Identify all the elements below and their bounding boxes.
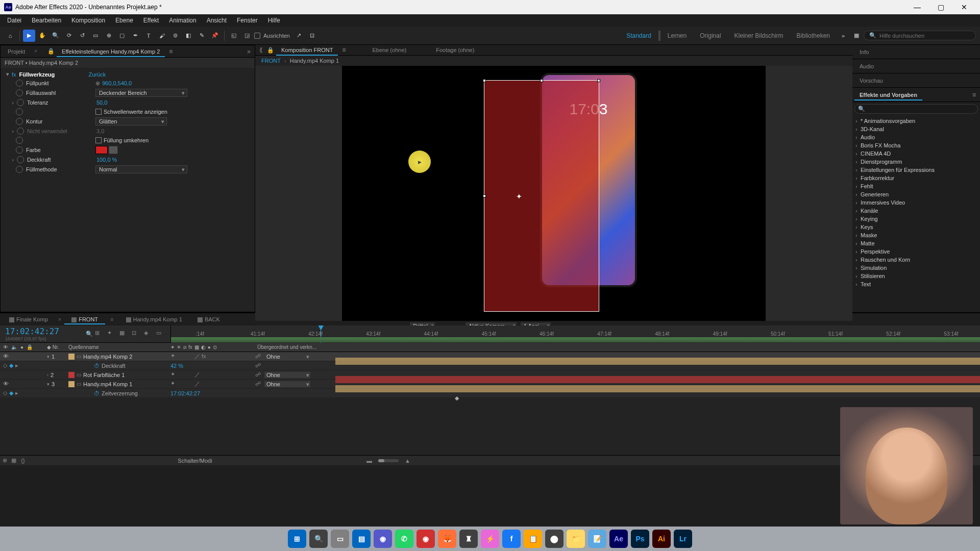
fx-icon[interactable]: fx — [12, 71, 16, 78]
twirl-opacity[interactable]: › — [10, 157, 16, 163]
layer-bar[interactable] — [335, 376, 980, 383]
eraser-tool[interactable]: ◧ — [182, 30, 194, 42]
menu-komposition[interactable]: Komposition — [66, 15, 110, 26]
layer-row[interactable]: 👁 ▾1 ▭Handy.mp4 Komp 2 ✦／ fx ☍Ohne — [0, 352, 980, 361]
twirl-tolerance[interactable]: › — [10, 99, 16, 106]
anchor-tool[interactable]: ⊕ — [103, 30, 115, 42]
snap-opt-b[interactable]: ⊡ — [306, 30, 318, 42]
taskbar-app-icon[interactable]: Ps — [631, 530, 649, 548]
layer-row[interactable]: ›2 ▭Rot Farbfläche 1 ✦／ ☍Ohne — [0, 370, 980, 380]
brush-tool[interactable]: 🖌 — [156, 30, 168, 42]
tl-toggle-1[interactable]: ⊞ — [95, 330, 104, 339]
taskbar-app-icon[interactable]: 🦊 — [438, 530, 456, 548]
stopwatch-fillsel[interactable] — [16, 89, 23, 96]
parent-dropdown[interactable]: Ohne — [264, 372, 310, 378]
col-name-header[interactable]: Quellenname — [68, 344, 170, 350]
col-speaker-icon[interactable]: 🔈 — [11, 344, 17, 350]
menu-hilfe[interactable]: Hilfe — [263, 15, 285, 26]
tab-ebene[interactable]: Ebene (ohne) — [368, 45, 412, 55]
layer-name[interactable]: Handy.mp4 Komp 2 — [83, 354, 132, 360]
sw-shy[interactable]: ✦ — [170, 353, 175, 360]
taskbar-app-icon[interactable]: Ai — [652, 530, 671, 548]
preset-category[interactable]: Matte — [853, 239, 979, 247]
tab-vorschau[interactable]: Vorschau — [854, 76, 888, 86]
crosshair-icon[interactable]: ⊕ — [95, 80, 100, 87]
puppet-tool[interactable]: 📌 — [209, 30, 221, 42]
taskbar-app-icon[interactable]: Lr — [674, 530, 692, 548]
value-opacity[interactable]: 100,0 % — [96, 157, 117, 163]
menu-ebene[interactable]: Ebene — [110, 15, 138, 26]
selection-tool[interactable]: ▶ — [23, 30, 35, 42]
tab-menu[interactable]: ≡ — [167, 48, 175, 55]
tab-presets[interactable]: Effekte und Vorgaben — [854, 90, 922, 100]
tab-komposition[interactable]: Komposition FRONT — [276, 45, 338, 55]
sw-slash[interactable]: ／ — [194, 371, 200, 379]
preset-search-input[interactable] — [865, 106, 974, 112]
checkbox-invert[interactable] — [95, 137, 102, 143]
comp-back-icon[interactable]: ⟪ — [257, 46, 265, 54]
taskbar-app-icon[interactable]: ♜ — [459, 530, 478, 548]
tl-tab-close-1[interactable]: × — [56, 316, 63, 322]
snap-checkbox[interactable] — [254, 33, 260, 39]
tab-projekt[interactable]: Projekt — [3, 46, 30, 57]
text-tool[interactable]: T — [142, 30, 155, 42]
tl-tab-handy[interactable]: Handy.mp4 Komp 1 — [119, 314, 189, 324]
col-label-icon[interactable]: ◆ — [47, 344, 51, 350]
menu-datei[interactable]: Datei — [2, 15, 27, 26]
preset-tree[interactable]: * Animationsvorgaben3D-KanalAudioBoris F… — [852, 116, 980, 312]
tab-audio[interactable]: Audio — [854, 61, 879, 71]
switch-modes-toggle[interactable]: Schalter/Modi — [28, 458, 362, 464]
tl-tab-finale[interactable]: Finale Komp — [2, 314, 55, 324]
preset-category[interactable]: Immersives Video — [853, 198, 979, 207]
work-area-bar[interactable] — [171, 337, 980, 342]
preset-category[interactable]: Einstellungen für Expressions — [853, 166, 979, 174]
comp-canvas[interactable]: 17:03 ✦ ▸ — [342, 66, 766, 321]
sw-fx[interactable]: ／ fx — [194, 353, 206, 360]
handle-tr[interactable] — [597, 79, 600, 82]
value-fillpoint[interactable]: 960,0,540,0 — [102, 80, 132, 86]
preset-category[interactable]: Fehlt — [853, 182, 979, 190]
taskbar-app-icon[interactable]: ◉ — [416, 530, 435, 548]
color-swatch[interactable] — [95, 146, 108, 154]
eye-icon[interactable]: 👁 — [3, 353, 10, 360]
clone-tool[interactable]: ⊜ — [169, 30, 181, 42]
tab-projekt-close[interactable]: × — [32, 48, 39, 54]
preset-category[interactable]: Text — [853, 280, 979, 288]
stopwatch-opacity[interactable] — [17, 156, 24, 163]
preset-category[interactable]: Stilisieren — [853, 272, 979, 280]
stopwatch-color[interactable] — [16, 146, 23, 154]
handle-ml[interactable] — [483, 194, 486, 197]
menu-fenster[interactable]: Fenster — [232, 15, 263, 26]
taskbar-app-icon[interactable]: 🔍 — [309, 530, 328, 548]
panel-overflow[interactable]: » — [245, 48, 253, 55]
windows-taskbar[interactable]: ⊞🔍▭▤◉✆◉🦊♜⚡f📋⬤📁📝AePsAiLr — [0, 527, 980, 551]
zoom-out-icon[interactable]: ▬ — [366, 458, 372, 464]
layer-color-label[interactable] — [68, 381, 75, 387]
preset-category[interactable]: Keys — [853, 223, 979, 231]
preset-category[interactable]: Kanäle — [853, 207, 979, 215]
layer-twirl[interactable]: ▾ — [47, 382, 50, 387]
dropdown-fillsel[interactable]: Deckender Bereich — [95, 89, 187, 97]
preset-category[interactable]: CINEMA 4D — [853, 149, 979, 158]
layer-bar[interactable] — [335, 358, 980, 365]
workspace-grid-icon[interactable]: ▦ — [850, 30, 863, 42]
tl-foot-3[interactable]: {} — [18, 458, 28, 464]
tab-footage[interactable]: Footage (ohne) — [431, 45, 479, 55]
layer-bar[interactable] — [335, 385, 980, 392]
eyedropper-icon[interactable] — [109, 146, 118, 154]
tl-tab-back[interactable]: BACK — [190, 314, 227, 324]
preset-category[interactable]: Boris FX Mocha — [853, 141, 979, 149]
snap-opt-a[interactable]: ↗ — [293, 30, 305, 42]
effect-name[interactable]: Füllwerkzeug — [17, 71, 89, 78]
navigator-slider[interactable] — [378, 459, 399, 462]
menu-effekt[interactable]: Effekt — [138, 15, 164, 26]
col-eye-icon[interactable]: 👁 — [3, 344, 8, 350]
stopwatch-blend[interactable] — [16, 166, 23, 173]
roto-tool[interactable]: ✎ — [195, 30, 208, 42]
workspace-bibliotheken[interactable]: Bibliotheken — [791, 32, 836, 39]
preset-category[interactable]: Rauschen und Korn — [853, 256, 979, 264]
parent-whip-icon[interactable]: ☍ — [255, 362, 261, 369]
menu-bearbeiten[interactable]: Bearbeiten — [27, 15, 66, 26]
orbit-tool[interactable]: ⟳ — [63, 30, 75, 42]
taskbar-app-icon[interactable]: f — [502, 530, 521, 548]
